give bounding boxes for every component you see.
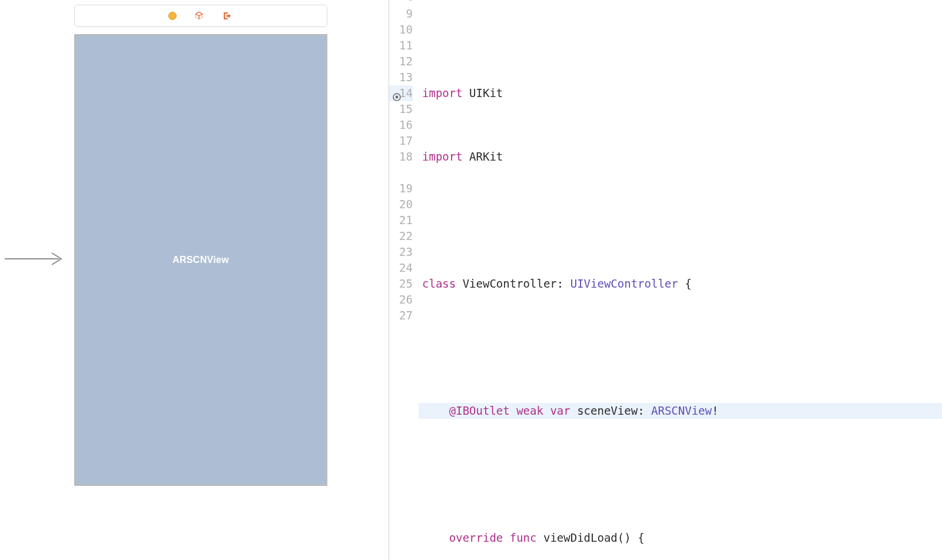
line-number: 11 bbox=[389, 38, 413, 54]
xcode-split-view: ARSCNView 8 9 10 11 12 13 14 15 16 17 18… bbox=[0, 0, 942, 560]
line-number: 17 bbox=[389, 133, 413, 149]
line-number: 23 bbox=[389, 244, 413, 260]
exit-icon[interactable] bbox=[221, 10, 233, 22]
line-number: 20 bbox=[389, 196, 413, 212]
scene-dock[interactable] bbox=[74, 5, 327, 27]
code-line[interactable] bbox=[419, 32, 942, 38]
device-canvas[interactable]: ARSCNView bbox=[74, 34, 327, 486]
line-number: 12 bbox=[389, 54, 413, 69]
line-number: 24 bbox=[389, 260, 413, 276]
line-number: 9 bbox=[389, 6, 413, 22]
code-line[interactable]: import ARKit bbox=[419, 149, 942, 165]
line-number: 19 bbox=[389, 181, 413, 196]
code-line-highlighted[interactable]: @IBOutlet weak var sceneView: ARSCNView! bbox=[419, 403, 942, 419]
line-number bbox=[389, 165, 413, 181]
line-number: 21 bbox=[389, 212, 413, 228]
line-number: 26 bbox=[389, 292, 413, 308]
code-line[interactable] bbox=[419, 466, 942, 482]
code-line[interactable] bbox=[419, 212, 942, 228]
line-number: 25 bbox=[389, 276, 413, 292]
line-number: 27 bbox=[389, 308, 413, 324]
line-number: 10 bbox=[389, 22, 413, 38]
line-number: 18 bbox=[389, 149, 413, 165]
code-line[interactable]: import UIKit bbox=[419, 85, 942, 101]
code-line[interactable] bbox=[419, 339, 942, 355]
line-number: 16 bbox=[389, 117, 413, 133]
svg-point-2 bbox=[396, 95, 399, 98]
outlet-connection-icon[interactable] bbox=[393, 89, 401, 98]
arscnview-label: ARSCNView bbox=[173, 255, 229, 265]
line-number: 14 bbox=[389, 85, 413, 101]
initial-view-controller-arrow-icon bbox=[5, 247, 69, 271]
line-number-gutter[interactable]: 8 9 10 11 12 13 14 15 16 17 18 19 20 21 … bbox=[389, 0, 419, 560]
first-responder-icon[interactable] bbox=[193, 10, 205, 22]
line-number: 13 bbox=[389, 69, 413, 85]
code-line[interactable]: class ViewController: UIViewController { bbox=[419, 276, 942, 292]
source-editor-pane: 8 9 10 11 12 13 14 15 16 17 18 19 20 21 … bbox=[389, 0, 942, 560]
code-editor[interactable]: import UIKit import ARKit class ViewCont… bbox=[419, 0, 942, 560]
line-number: 22 bbox=[389, 228, 413, 244]
line-number: 8 bbox=[389, 0, 413, 6]
view-controller-icon[interactable] bbox=[168, 12, 177, 20]
line-number: 15 bbox=[389, 101, 413, 117]
interface-builder-pane: ARSCNView bbox=[0, 0, 389, 560]
code-line[interactable]: override func viewDidLoad() { bbox=[419, 530, 942, 546]
